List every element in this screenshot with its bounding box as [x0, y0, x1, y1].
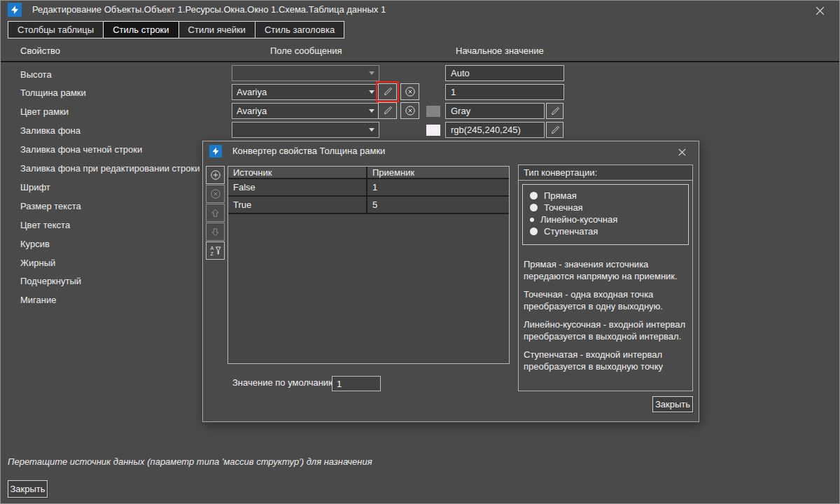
initial-value-border-color[interactable]: Gray — [445, 103, 545, 119]
property-row: Курсив — [1, 234, 200, 253]
clear-binding-button-border-color[interactable] — [400, 102, 419, 119]
property-row: Мигание — [1, 290, 200, 309]
chevron-down-icon — [369, 109, 374, 113]
sort-filter-icon: AZ — [210, 245, 221, 256]
radio-option[interactable]: Точечная — [530, 202, 688, 214]
column-header-property: Свойство — [20, 46, 60, 56]
svg-text:A: A — [210, 246, 214, 251]
delete-circle-icon — [210, 188, 221, 200]
property-row: Заливка фона четной строки — [1, 140, 200, 159]
chevron-down-icon — [369, 71, 374, 75]
status-hint: Перетащите источник данных (параметр тип… — [8, 456, 372, 467]
tab-cell-styles[interactable]: Стили ячейки — [178, 21, 255, 38]
initial-value-height[interactable]: Auto — [445, 65, 564, 81]
svg-text:Z: Z — [210, 251, 214, 256]
conversion-type-title: Тип конвертации: — [519, 165, 692, 181]
conversion-descriptions: Прямая - значения источника передаются н… — [524, 258, 690, 379]
dialog-toolbar: AZ — [206, 166, 225, 260]
initial-value-border-width[interactable]: 1 — [445, 84, 564, 100]
pick-color-button-background[interactable] — [546, 122, 564, 138]
converter-table: Источник Приемник False1True5 — [227, 166, 510, 364]
window-close-icon[interactable] — [810, 4, 830, 18]
column-header-target: Приемник — [368, 167, 509, 178]
app-logo-icon — [209, 145, 222, 158]
message-field-combo-background[interactable] — [232, 122, 379, 138]
default-value-label: Значение по умолчанию — [232, 373, 335, 392]
edit-converter-button-border-color[interactable] — [378, 102, 397, 119]
add-row-button[interactable] — [206, 166, 225, 184]
move-down-button[interactable] — [206, 223, 225, 241]
radio-label: Ступенчатая — [544, 226, 598, 237]
column-header-message-field: Поле сообщения — [270, 46, 342, 56]
conversion-type-panel: Тип конвертации: ПрямаяТочечнаяЛинейно-к… — [518, 164, 693, 391]
property-row: Цвет текста — [1, 216, 200, 234]
add-circle-icon — [210, 169, 221, 181]
chevron-down-icon — [369, 90, 374, 94]
pick-color-button-border-color[interactable] — [546, 103, 564, 119]
move-up-button[interactable] — [206, 204, 225, 222]
move-up-icon — [210, 208, 220, 218]
conversion-description: Точечная - одна входная точка преобразуе… — [524, 288, 690, 312]
table-cell[interactable]: False — [228, 179, 368, 195]
pencil-icon — [383, 87, 393, 97]
radio-label: Линейно-кусочная — [540, 214, 617, 225]
dialog-close-icon[interactable] — [673, 146, 690, 158]
radio-icon[interactable] — [530, 192, 538, 200]
dialog-title: Конвертер свойства Толщина рамки — [232, 141, 385, 161]
window-title: Редактирование Объекты.Объект 1.Ресурсы.… — [32, 1, 386, 19]
color-swatch-pink — [426, 125, 440, 136]
tab-header-style[interactable]: Стиль заголовка — [255, 21, 344, 38]
converter-table-rows: False1True5 — [228, 179, 509, 214]
radio-label: Точечная — [544, 202, 583, 213]
circle-x-icon — [405, 105, 416, 116]
tab-row-style[interactable]: Стиль строки — [103, 21, 178, 38]
property-row: Высота — [1, 65, 200, 84]
column-header-initial-value: Начальное значение — [456, 46, 544, 56]
converter-table-header: Источник Приемник — [228, 167, 509, 179]
property-row: Размер текста — [1, 197, 200, 216]
table-cell[interactable]: True — [228, 197, 368, 213]
table-row[interactable]: False1 — [228, 179, 509, 197]
radio-option[interactable]: Прямая — [530, 190, 688, 202]
conversion-type-options: ПрямаяТочечнаяЛинейно-кусочнаяСтупенчата… — [522, 184, 689, 245]
color-swatch-gray — [426, 106, 440, 117]
tab-bar: Столбцы таблицы Стиль строки Стили ячейк… — [8, 21, 344, 38]
tab-table-columns[interactable]: Столбцы таблицы — [8, 21, 104, 38]
radio-icon[interactable] — [530, 227, 538, 235]
circle-x-icon — [405, 86, 416, 97]
edit-converter-button-border-width[interactable] — [378, 83, 397, 100]
sort-filter-button[interactable]: AZ — [206, 241, 225, 260]
pencil-icon — [550, 125, 560, 135]
table-cell[interactable]: 1 — [368, 179, 509, 195]
initial-value-background[interactable]: rgb(245,240,245) — [445, 122, 545, 138]
property-row: Заливка фона при редактировании строки — [1, 159, 200, 178]
property-row: Толщина рамки — [1, 83, 200, 102]
property-row: Заливка фона — [1, 121, 200, 140]
conversion-description: Прямая - значения источника передаются н… — [524, 258, 690, 282]
property-row: Шрифт — [1, 178, 200, 197]
radio-option[interactable]: Ступенчатая — [530, 225, 688, 237]
clear-binding-button-border-width[interactable] — [400, 83, 419, 100]
table-row[interactable]: True5 — [228, 197, 509, 214]
message-field-combo-height[interactable] — [232, 65, 379, 81]
message-field-combo-border-width[interactable]: Avariya — [232, 84, 379, 100]
delete-row-button[interactable] — [206, 185, 225, 203]
converter-dialog: Конвертер свойства Толщина рамки AZ — [202, 141, 699, 422]
chevron-down-icon — [369, 128, 374, 132]
default-value-input[interactable] — [332, 376, 381, 391]
pencil-icon — [383, 106, 393, 115]
editor-window: Редактирование Объекты.Объект 1.Ресурсы.… — [0, 0, 840, 504]
table-cell[interactable]: 5 — [368, 197, 509, 213]
radio-label: Прямая — [544, 190, 577, 201]
header-separator — [1, 61, 839, 62]
radio-icon[interactable] — [530, 218, 534, 222]
conversion-description: Ступенчатая - входной интервал преобразу… — [524, 349, 690, 372]
radio-icon[interactable] — [530, 204, 538, 211]
app-logo-icon — [8, 3, 22, 17]
column-header-source: Источник — [228, 167, 368, 178]
dialog-close-button[interactable]: Закрыть — [652, 396, 693, 412]
radio-option[interactable]: Линейно-кусочная — [530, 214, 688, 225]
close-button[interactable]: Закрыть — [8, 480, 48, 498]
message-field-combo-border-color[interactable]: Avariya — [232, 103, 379, 119]
conversion-description: Линейно-кусочная - входной интервал прео… — [524, 318, 690, 342]
